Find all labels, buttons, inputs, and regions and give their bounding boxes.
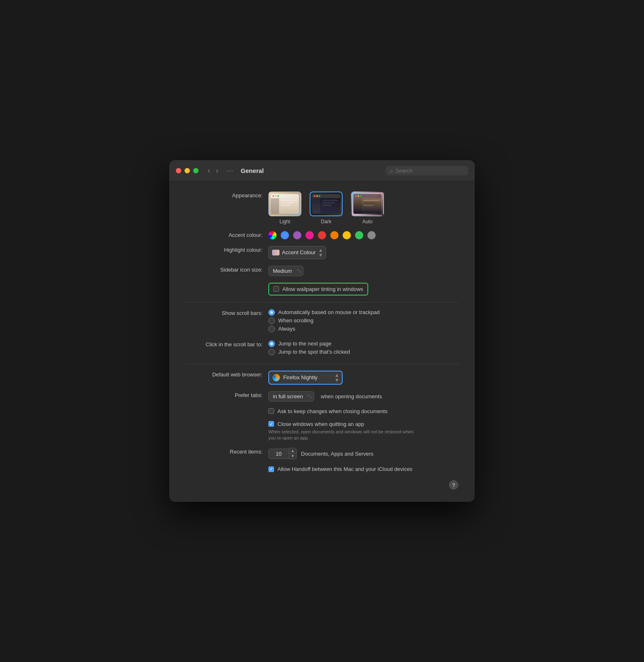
click-scroll-bar-control: Jump to the next page Jump to the spot t… <box>268 340 458 357</box>
firefox-icon <box>272 374 280 381</box>
back-button[interactable]: ‹ <box>206 166 212 175</box>
dot-red-dark <box>314 195 315 197</box>
browser-chevron-icon: ▲ ▼ <box>334 373 339 383</box>
ask-keep-changes-label <box>186 408 268 409</box>
close-windows-text: Close windows when quitting an app <box>277 421 364 427</box>
handoff-label <box>186 466 268 467</box>
wallpaper-tinting-control: Allow wallpaper tinting in windows <box>268 283 458 296</box>
appearance-light[interactable]: Light <box>268 192 301 225</box>
highlight-colour-value: Accent Colour <box>282 249 316 255</box>
help-button[interactable]: ? <box>449 480 458 489</box>
grid-icon[interactable]: ⋯ <box>227 167 233 175</box>
thumb-content-auto <box>363 200 380 212</box>
appearance-dark-label: Dark <box>321 219 331 225</box>
scroll-scrolling-row[interactable]: When scrolling <box>268 317 380 324</box>
sidebar-icon-size-wrapper: Small Medium Large <box>268 266 303 276</box>
show-scroll-bars-control: Automatically based on mouse or trackpad… <box>268 309 458 334</box>
default-browser-value: Firefox Nightly <box>283 374 331 381</box>
highlight-swatch <box>272 250 279 255</box>
accent-red[interactable] <box>318 231 326 239</box>
accent-yellow[interactable] <box>343 231 351 239</box>
ask-keep-changes-checkbox-row[interactable]: Ask to keep changes when closing documen… <box>268 408 388 414</box>
ask-keep-changes-checkbox[interactable] <box>268 408 274 414</box>
default-browser-label: Default web browser: <box>186 371 268 378</box>
accent-colors <box>268 231 376 239</box>
close-windows-checkbox-row[interactable]: Close windows when quitting an app <box>268 421 364 427</box>
appearance-dark[interactable]: Dark <box>310 192 343 225</box>
minimize-button[interactable] <box>185 168 190 173</box>
scroll-auto-row[interactable]: Automatically based on mouse or trackpad <box>268 309 380 316</box>
thumb-bar-dark <box>312 194 340 198</box>
thumb-bar-auto <box>353 194 381 198</box>
scroll-auto-label: Automatically based on mouse or trackpad <box>278 309 380 315</box>
accent-orange[interactable] <box>330 231 339 239</box>
close-button[interactable] <box>176 168 181 173</box>
search-bar[interactable]: ⌕ <box>386 166 468 175</box>
dot-yellow-auto <box>358 195 359 197</box>
wallpaper-tinting-checkbox[interactable] <box>273 286 279 292</box>
accent-purple[interactable] <box>293 231 301 239</box>
thumb-sidebar-auto <box>353 198 362 214</box>
accent-multicolor[interactable] <box>268 231 277 239</box>
jump-spot-clicked-label: Jump to the spot that's clicked <box>278 349 350 355</box>
default-browser-dropdown[interactable]: Firefox Nightly ▲ ▼ <box>268 371 343 385</box>
jump-spot-clicked-radio[interactable] <box>268 349 275 355</box>
accent-graphite[interactable] <box>367 231 376 239</box>
thumb-mockup-dark <box>312 194 340 214</box>
wallpaper-tinting-row: Allow wallpaper tinting in windows <box>186 283 458 296</box>
recent-items-increment[interactable]: ▲ <box>289 448 296 454</box>
appearance-row: Appearance: <box>186 192 458 225</box>
recent-items-input[interactable] <box>268 449 289 459</box>
accent-green[interactable] <box>355 231 363 239</box>
wallpaper-tinting-container[interactable]: Allow wallpaper tinting in windows <box>268 283 368 296</box>
help-row: ? <box>186 480 458 489</box>
highlight-colour-control: Accent Colour ▲ ▼ <box>268 246 458 259</box>
sidebar-icon-size-label: Sidebar icon size: <box>186 266 268 273</box>
scroll-always-radio[interactable] <box>268 326 275 332</box>
nav-buttons: ‹ › <box>206 166 220 175</box>
sidebar-icon-size-select[interactable]: Small Medium Large <box>268 266 303 276</box>
jump-spot-clicked-row[interactable]: Jump to the spot that's clicked <box>268 349 350 355</box>
click-scroll-bar-row: Click in the scroll bar to: Jump to the … <box>186 340 458 357</box>
wallpaper-tinting-label <box>186 283 268 284</box>
maximize-button[interactable] <box>193 168 199 173</box>
recent-items-decrement[interactable]: ▼ <box>289 454 296 459</box>
search-icon: ⌕ <box>390 168 393 174</box>
sidebar-icon-size-control: Small Medium Large <box>268 266 458 276</box>
recent-items-stepper: ▲ ▼ <box>268 448 297 459</box>
search-input[interactable] <box>395 168 464 174</box>
dot-red <box>272 195 274 197</box>
highlight-colour-dropdown[interactable]: Accent Colour ▲ ▼ <box>268 246 326 259</box>
default-browser-row: Default web browser: Firefox Nightly ▲ ▼ <box>186 371 458 385</box>
click-scroll-bar-group: Jump to the next page Jump to the spot t… <box>268 340 350 357</box>
handoff-checkbox[interactable] <box>268 466 274 472</box>
jump-next-page-label: Jump to the next page <box>278 340 331 347</box>
appearance-options: Light <box>268 192 384 225</box>
thumb-mockup-light <box>271 194 299 214</box>
jump-next-page-radio[interactable] <box>268 340 275 347</box>
prefer-tabs-select[interactable]: always in full screen manually <box>268 391 314 402</box>
prefer-tabs-wrapper: always in full screen manually <box>268 391 314 402</box>
handoff-checkbox-row[interactable]: Allow Handoff between this Mac and your … <box>268 466 412 472</box>
scroll-always-label: Always <box>278 326 295 332</box>
scroll-scrolling-radio[interactable] <box>268 317 275 324</box>
accent-blue[interactable] <box>281 231 289 239</box>
dot-yellow <box>275 195 277 197</box>
dot-green-dark <box>319 195 320 197</box>
sidebar-icon-size-row: Sidebar icon size: Small Medium Large <box>186 266 458 276</box>
forward-button[interactable]: › <box>214 166 220 175</box>
jump-next-page-row[interactable]: Jump to the next page <box>268 340 350 347</box>
traffic-lights <box>176 168 199 173</box>
scroll-always-row[interactable]: Always <box>268 326 380 332</box>
accent-pink[interactable] <box>305 231 314 239</box>
handoff-row: Allow Handoff between this Mac and your … <box>186 466 458 472</box>
chevron-updown-icon: ▲ ▼ <box>318 248 323 258</box>
scroll-auto-radio[interactable] <box>268 309 275 316</box>
show-scroll-bars-row: Show scroll bars: Automatically based on… <box>186 309 458 334</box>
close-windows-checkbox[interactable] <box>268 421 274 427</box>
appearance-auto[interactable]: Auto <box>351 192 384 225</box>
dot-red-auto <box>355 195 357 197</box>
ask-keep-changes-text: Ask to keep changes when closing documen… <box>277 408 388 414</box>
thumb-content-dark <box>322 200 339 212</box>
titlebar: ‹ › ⋯ General ⌕ <box>169 160 475 182</box>
